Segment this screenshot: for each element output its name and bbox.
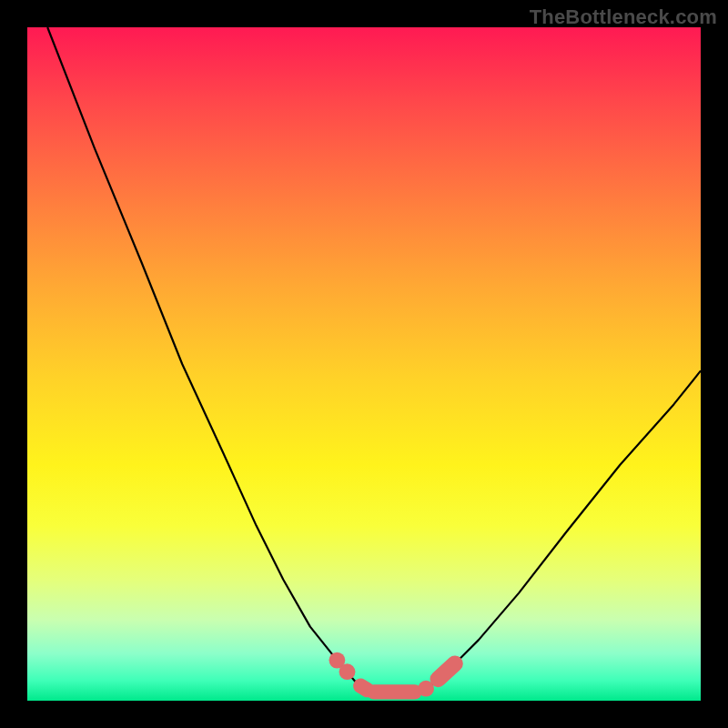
curve-path [47,27,701,693]
marker-pill [360,686,367,691]
chart-svg [27,27,701,701]
chart-frame: TheBottleneck.com [0,0,728,728]
marker-group [329,652,455,697]
marker-pill [438,663,455,679]
marker-dot [339,663,356,680]
bottleneck-curve [47,27,701,693]
chart-plot-area [27,27,701,701]
watermark-text: TheBottleneck.com [530,5,717,29]
